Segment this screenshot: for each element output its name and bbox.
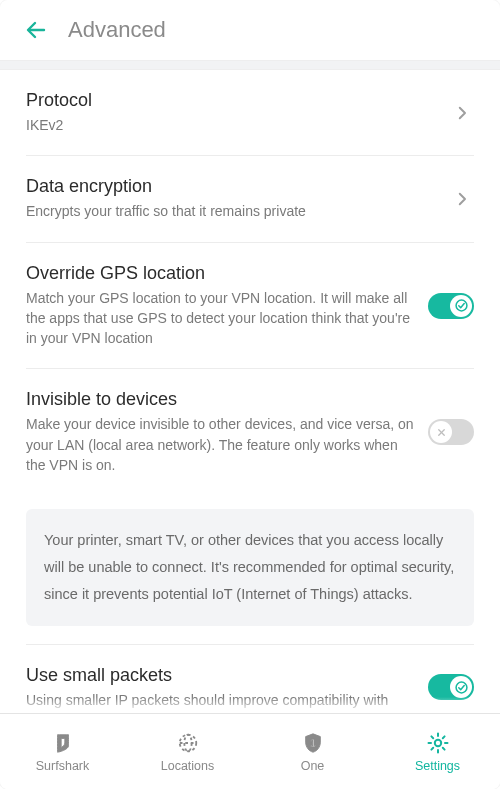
nav-label: Settings [415,759,460,773]
x-icon [436,427,447,438]
toggle-use-small-packets[interactable] [428,674,474,700]
nav-locations[interactable]: Locations [125,714,250,789]
nav-label: Surfshark [36,759,90,773]
row-protocol[interactable]: Protocol IKEv2 [26,70,474,156]
nav-settings[interactable]: Settings [375,714,500,789]
nav-one[interactable]: 1 One [250,714,375,789]
surfshark-icon [50,730,76,756]
header-separator [0,60,500,70]
globe-icon [175,730,201,756]
row-subtitle: IKEv2 [26,115,438,135]
row-subtitle: Using smaller IP packets should improve … [26,690,416,710]
row-title: Data encryption [26,176,438,197]
row-invisible-to-devices: Invisible to devices Make your device in… [26,369,474,495]
back-button[interactable] [18,12,54,48]
app-bar: Advanced [0,0,500,60]
chevron-right-icon [450,190,474,208]
shield-icon: 1 [300,730,326,756]
row-title: Use small packets [26,665,416,686]
check-icon [455,299,468,312]
chevron-right-icon [450,104,474,122]
settings-list: Protocol IKEv2 Data encryption Encrypts … [0,70,500,713]
toggle-invisible-to-devices[interactable] [428,419,474,445]
svg-text:1: 1 [310,738,316,749]
invisible-note: Your printer, smart TV, or other devices… [26,509,474,625]
row-title: Override GPS location [26,263,416,284]
toggle-override-gps[interactable] [428,293,474,319]
row-use-small-packets: Use small packets Using smaller IP packe… [26,645,474,713]
arrow-left-icon [24,18,48,42]
page-title: Advanced [68,17,166,43]
row-subtitle: Make your device invisible to other devi… [26,414,416,475]
check-icon [455,681,468,694]
gear-icon [425,730,451,756]
svg-point-4 [456,682,467,693]
row-subtitle: Match your GPS location to your VPN loca… [26,288,416,349]
nav-surfshark[interactable]: Surfshark [0,714,125,789]
bottom-nav: Surfshark Locations 1 One Settings [0,713,500,789]
nav-label: One [301,759,325,773]
row-title: Invisible to devices [26,389,416,410]
row-subtitle: Encrypts your traffic so that it remains… [26,201,438,221]
svg-point-9 [434,740,440,746]
row-data-encryption[interactable]: Data encryption Encrypts your traffic so… [26,156,474,242]
svg-point-1 [456,300,467,311]
row-override-gps: Override GPS location Match your GPS loc… [26,243,474,370]
nav-label: Locations [161,759,215,773]
row-title: Protocol [26,90,438,111]
